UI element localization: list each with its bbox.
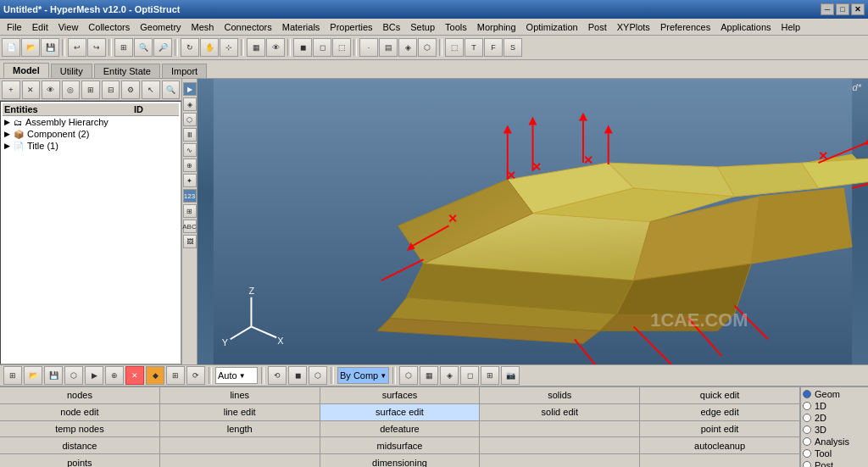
menu-item-setup[interactable]: Setup	[405, 20, 440, 34]
delete-comp-button[interactable]: ✕	[22, 81, 41, 99]
menu-item-file[interactable]: File	[2, 20, 27, 34]
side-btn-2[interactable]: ◈	[183, 97, 197, 111]
cmd-length[interactable]: length	[160, 421, 320, 437]
cmd-line-edit[interactable]: line edit	[160, 404, 320, 420]
surface-button[interactable]: ◈	[398, 38, 417, 57]
menu-item-collectors[interactable]: Collectors	[83, 20, 135, 34]
tree-settings-button[interactable]: ⚙	[121, 81, 140, 99]
bt-9[interactable]: ⊞	[166, 366, 185, 385]
select-button[interactable]: ⊹	[220, 38, 238, 57]
bt-8[interactable]: ◆	[146, 366, 164, 385]
open-button[interactable]: 📂	[21, 38, 40, 57]
cursor-button[interactable]: ↖	[142, 81, 160, 99]
cmd-lines[interactable]: lines	[160, 387, 320, 403]
minimize-button[interactable]: ─	[821, 3, 834, 15]
bt-11[interactable]: ⟲	[268, 366, 287, 385]
zoom-in-button[interactable]: 🔍	[134, 38, 153, 57]
bt-18[interactable]: ⊞	[481, 366, 499, 385]
bt-10[interactable]: ⟳	[186, 366, 205, 385]
cmd-edge-edit[interactable]: edge edit	[640, 404, 800, 420]
redo-button[interactable]: ↪	[87, 38, 106, 57]
bt-1[interactable]: ⊞	[3, 366, 22, 385]
node-button[interactable]: ·	[359, 38, 378, 57]
menu-item-connectors[interactable]: Connectors	[219, 20, 276, 34]
cmd-midsurface[interactable]: midsurface	[320, 437, 481, 453]
element-button[interactable]: ▤	[379, 38, 398, 57]
cmd-temp-nodes[interactable]: temp nodes	[0, 421, 160, 437]
tree-item-assembly[interactable]: ▶ 🗂 Assembly Hierarchy	[3, 116, 179, 128]
menu-item-materials[interactable]: Materials	[277, 20, 326, 34]
right-item-post[interactable]: Post	[803, 460, 866, 467]
maximize-button[interactable]: □	[836, 3, 849, 15]
side-btn-7[interactable]: ✦	[183, 174, 197, 187]
cmd-node-edit[interactable]: node edit	[0, 404, 160, 420]
right-item-2d[interactable]: 2D	[803, 413, 866, 423]
right-item-tool[interactable]: Tool	[803, 448, 866, 459]
shading-button[interactable]: ◼	[293, 38, 312, 57]
menu-item-bcs[interactable]: BCs	[378, 20, 406, 34]
bt-4[interactable]: ⬡	[64, 366, 83, 385]
cmd-point-edit[interactable]: point edit	[640, 421, 800, 437]
close-button[interactable]: ✕	[851, 3, 865, 15]
menu-item-preferences[interactable]: Preferences	[655, 20, 715, 34]
menu-item-view[interactable]: View	[53, 20, 84, 34]
side-view-button[interactable]: S	[504, 38, 522, 57]
side-btn-6[interactable]: ⊕	[183, 158, 197, 172]
new-button[interactable]: 📄	[2, 38, 20, 57]
auto-dropdown[interactable]: Auto ▼	[215, 367, 258, 384]
cmd-distance[interactable]: distance	[0, 437, 160, 453]
top-view-button[interactable]: T	[465, 38, 483, 57]
side-btn-9[interactable]: ⊞	[183, 204, 197, 218]
bt-15[interactable]: ▦	[420, 366, 438, 385]
bt-6[interactable]: ⊕	[105, 366, 124, 385]
save-button[interactable]: 💾	[41, 38, 59, 57]
rotate-button[interactable]: ↻	[181, 38, 199, 57]
bt-5[interactable]: ▶	[85, 366, 103, 385]
cmd-solids[interactable]: solids	[480, 387, 640, 403]
cmd-defeature[interactable]: defeature	[320, 421, 481, 437]
hidden-button[interactable]: ⬚	[332, 38, 351, 57]
tree-item-title[interactable]: ▶ 📄 Title (1)	[3, 140, 179, 152]
menu-item-properties[interactable]: Properties	[325, 20, 377, 34]
right-item-geom[interactable]: Geom	[803, 389, 866, 399]
bt-13[interactable]: ⬡	[309, 366, 327, 385]
side-btn-11[interactable]: 🖼	[183, 235, 197, 248]
undo-button[interactable]: ↩	[68, 38, 86, 57]
mesh-button[interactable]: ▦	[247, 38, 265, 57]
tab-import[interactable]: Import	[162, 64, 207, 78]
menu-item-mesh[interactable]: Mesh	[186, 20, 220, 34]
wireframe-button[interactable]: ◻	[313, 38, 331, 57]
menu-item-help[interactable]: Help	[776, 20, 806, 34]
side-btn-8[interactable]: 123	[183, 189, 197, 203]
menu-item-tools[interactable]: Tools	[440, 20, 472, 34]
bt-16[interactable]: ◈	[440, 366, 459, 385]
right-item-analysis[interactable]: Analysis	[803, 436, 866, 447]
cmd-autocleanup[interactable]: autocleanup	[640, 437, 800, 453]
side-btn-3[interactable]: ⬡	[183, 113, 197, 126]
menu-item-optimization[interactable]: Optimization	[521, 20, 583, 34]
menu-item-edit[interactable]: Edit	[27, 20, 53, 34]
menu-item-morphing[interactable]: Morphing	[472, 20, 521, 34]
iso-view-button[interactable]: ⬚	[445, 38, 464, 57]
tab-utility[interactable]: Utility	[51, 64, 92, 78]
tab-model[interactable]: Model	[3, 63, 49, 78]
pan-button[interactable]: ✋	[200, 38, 219, 57]
show-button[interactable]: 👁	[42, 81, 60, 99]
cmd-dimensioning[interactable]: dimensioning	[320, 454, 481, 467]
bt-17[interactable]: ◻	[460, 366, 479, 385]
bt-7[interactable]: ✕	[125, 366, 144, 385]
side-btn-4[interactable]: Ⅲ	[183, 128, 197, 142]
menu-item-geometry[interactable]: Geometry	[135, 20, 186, 34]
front-view-button[interactable]: F	[484, 38, 503, 57]
add-comp-button[interactable]: +	[2, 81, 20, 99]
by-comp-dropdown[interactable]: By Comp ▼	[337, 367, 389, 384]
bt-3[interactable]: 💾	[44, 366, 63, 385]
bt-2[interactable]: 📂	[24, 366, 42, 385]
menu-item-post[interactable]: Post	[583, 20, 612, 34]
collapse-all-button[interactable]: ⊟	[102, 81, 120, 99]
isolate-button[interactable]: ◎	[62, 81, 81, 99]
cmd-solid-edit[interactable]: solid edit	[480, 404, 640, 420]
zoom-fit-button[interactable]: ⊞	[114, 38, 133, 57]
bt-19[interactable]: 📷	[501, 366, 520, 385]
tab-entity-state[interactable]: Entity State	[94, 64, 160, 78]
